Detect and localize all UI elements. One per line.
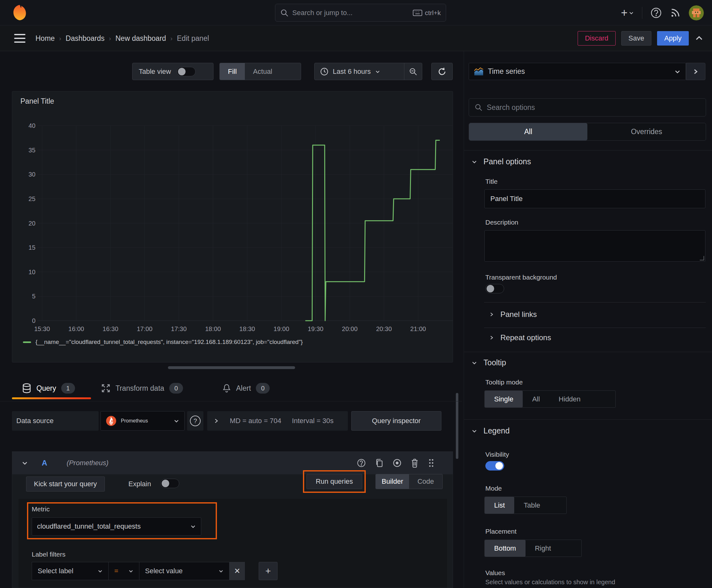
panel-links-section[interactable]: Panel links: [489, 310, 537, 319]
time-series-chart[interactable]: 051015202530354015:3016:0016:3017:0017:3…: [22, 121, 455, 338]
query-help-icon[interactable]: [357, 458, 366, 468]
datasource-name: Prometheus: [121, 418, 169, 424]
search-options-input[interactable]: [487, 103, 700, 112]
datasource-help-button[interactable]: ?: [187, 411, 203, 430]
prometheus-icon: [106, 416, 116, 426]
remove-filter-button[interactable]: ✕: [230, 562, 245, 580]
visualization-picker[interactable]: Time series: [469, 63, 686, 80]
kick-start-query-button[interactable]: Kick start your query: [26, 477, 105, 491]
bell-icon: [222, 383, 231, 393]
search-options-box[interactable]: [469, 98, 706, 117]
breadcrumb-separator: ›: [109, 35, 111, 42]
grafana-edit-panel-page: Search or jump to... ctrl+k +: [0, 0, 712, 588]
zoom-out-icon: [409, 67, 417, 76]
operator-dropdown[interactable]: =: [109, 562, 139, 580]
metric-select[interactable]: cloudflared_tunnel_total_requests: [32, 517, 201, 536]
tooltip-single-option[interactable]: Single: [485, 391, 523, 407]
select-value-dropdown[interactable]: Select value: [139, 562, 230, 580]
metric-label: Metric: [32, 505, 50, 513]
help-icon[interactable]: [650, 7, 662, 19]
explain-toggle[interactable]: [160, 479, 179, 488]
title-label: Title: [486, 178, 498, 185]
tab-overrides[interactable]: Overrides: [587, 123, 706, 141]
table-view-label: Table view: [139, 67, 171, 76]
chevron-down-icon: [472, 428, 477, 434]
legend-mode-segment: List Table: [484, 497, 567, 514]
timeseries-viz-icon: [474, 67, 483, 76]
query-options-bar[interactable]: MD = auto = 704 Interval = 30s: [207, 411, 348, 430]
description-textarea[interactable]: [484, 230, 706, 261]
builder-option[interactable]: Builder: [376, 474, 409, 489]
user-avatar[interactable]: [689, 5, 704, 20]
label-filters-label: Label filters: [32, 551, 65, 558]
add-new-button[interactable]: +: [621, 6, 634, 19]
code-option[interactable]: Code: [409, 474, 442, 489]
tab-alert[interactable]: Alert 0: [222, 378, 270, 398]
breadcrumb-dashboards[interactable]: Dashboards: [66, 34, 105, 43]
chevron-down-icon: [472, 360, 477, 365]
actual-option[interactable]: Actual: [245, 63, 280, 80]
tab-all[interactable]: All: [469, 123, 587, 141]
run-queries-button[interactable]: Run queries: [306, 474, 362, 489]
grafana-logo-icon[interactable]: [12, 4, 27, 21]
panel-options-section[interactable]: Panel options: [472, 157, 531, 166]
datasource-row: Data source Prometheus ? MD = auto = 704…: [0, 411, 462, 430]
panel-title-input[interactable]: [484, 189, 706, 208]
legend-section[interactable]: Legend: [472, 426, 510, 435]
query-inspector-button[interactable]: Query inspector: [351, 411, 441, 430]
apply-button[interactable]: Apply: [657, 31, 689, 45]
delete-query-icon[interactable]: [411, 458, 419, 468]
interval: Interval = 30s: [292, 417, 334, 425]
zoom-out-button[interactable]: [404, 67, 422, 76]
collapse-query-icon[interactable]: [22, 460, 28, 466]
toggle-query-visibility-icon[interactable]: [392, 458, 402, 468]
transparent-background-label: Transparent background: [486, 274, 557, 281]
legend-values-label: Values: [486, 569, 505, 577]
table-view-toggle[interactable]: [177, 67, 196, 76]
refresh-button[interactable]: [431, 63, 453, 80]
series-label[interactable]: {__name__="cloudflared_tunnel_total_requ…: [36, 339, 303, 345]
discard-button[interactable]: Discard: [578, 31, 616, 45]
news-rss-icon[interactable]: [670, 7, 681, 18]
resize-handle-icon[interactable]: [700, 256, 704, 260]
tooltip-hidden-option[interactable]: Hidden: [549, 391, 590, 407]
query-row-header[interactable]: A (Prometheus): [12, 452, 453, 474]
svg-text:18:30: 18:30: [239, 326, 255, 332]
legend-mode-list[interactable]: List: [485, 497, 514, 513]
transparent-background-toggle[interactable]: [486, 284, 504, 293]
svg-text:15:30: 15:30: [34, 326, 50, 332]
duplicate-query-icon[interactable]: [375, 458, 384, 468]
breadcrumb-home[interactable]: Home: [36, 34, 55, 43]
breadcrumb-separator: ›: [170, 35, 173, 42]
horizontal-resize-handle[interactable]: [168, 366, 295, 369]
query-ref-id: A: [42, 459, 47, 467]
tab-transform-data[interactable]: Transform data 0: [101, 378, 183, 398]
save-button[interactable]: Save: [621, 31, 651, 45]
tooltip-all-option[interactable]: All: [523, 391, 549, 407]
database-icon: [22, 383, 31, 393]
breadcrumb-new-dashboard[interactable]: New dashboard: [115, 34, 166, 43]
global-search[interactable]: Search or jump to... ctrl+k: [275, 4, 446, 22]
fill-actual-segment: Fill Actual: [219, 63, 301, 80]
legend-visibility-toggle[interactable]: [486, 461, 504, 470]
tooltip-section[interactable]: Tooltip: [472, 358, 506, 367]
collapse-up-icon[interactable]: [694, 34, 704, 43]
time-range-picker[interactable]: Last 6 hours: [315, 67, 404, 76]
toggle-viz-picker-button[interactable]: [686, 63, 706, 80]
legend-mode-table[interactable]: Table: [514, 497, 550, 513]
chart-legend[interactable]: {__name__="cloudflared_tunnel_total_requ…: [23, 339, 303, 345]
fill-option[interactable]: Fill: [220, 63, 245, 80]
chevron-down-icon: [174, 418, 179, 424]
menu-toggle-icon[interactable]: [14, 34, 25, 43]
datasource-picker[interactable]: Prometheus: [101, 411, 185, 430]
repeat-options-section[interactable]: Repeat options: [489, 333, 551, 342]
chevron-down-icon: [375, 69, 380, 74]
svg-text:19:30: 19:30: [308, 326, 323, 332]
tab-query[interactable]: Query 1: [22, 378, 75, 398]
legend-placement-right[interactable]: Right: [525, 540, 560, 556]
transform-count-badge: 0: [169, 383, 183, 394]
legend-placement-bottom[interactable]: Bottom: [485, 540, 525, 556]
add-filter-button[interactable]: +: [259, 562, 278, 580]
select-label-dropdown[interactable]: Select label: [32, 562, 109, 580]
drag-handle-icon[interactable]: [428, 458, 434, 468]
